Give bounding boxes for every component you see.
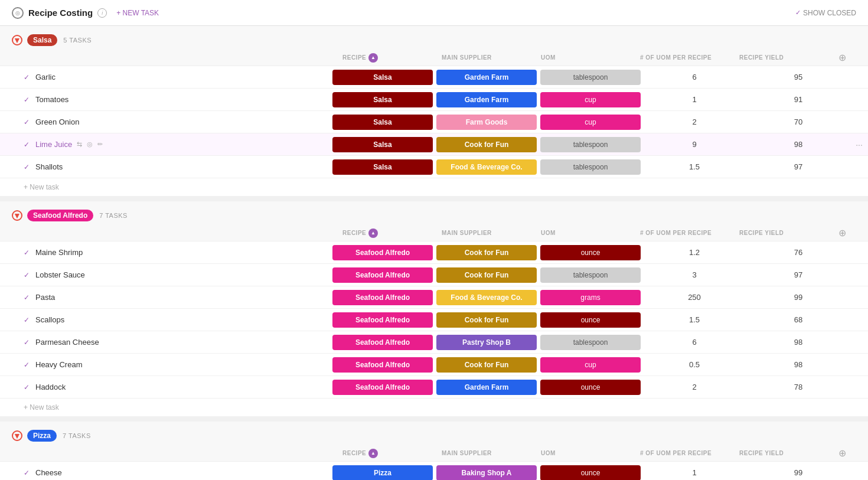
supplier-badge[interactable]: Cook for Fun [436,357,537,373]
collapse-btn-pizza[interactable]: ▼ [12,430,22,441]
task-unlink-icon[interactable]: ◎ [87,141,93,148]
new-task-row-salsa[interactable]: + New task [0,178,868,197]
recipe-badge[interactable]: Seafood Alfredo [332,357,433,373]
recipe-cell: Salsa [331,135,435,155]
check-icon: ✓ [24,383,31,391]
task-name[interactable]: Lobster Sauce [35,270,85,279]
recipe-yield-cell: 99 [746,468,850,477]
uom-badge[interactable]: cup [540,115,641,130]
recipe-badge[interactable]: Salsa [332,92,433,107]
uom-per-recipe-cell: 9 [642,140,746,149]
task-name[interactable]: Haddock [35,383,66,391]
supplier-badge[interactable]: Food & Beverage Co. [436,290,537,305]
check-icon: ✓ [24,118,31,126]
supplier-cell: Garden Farm [435,67,539,87]
check-icon: ✓ [24,469,31,477]
supplier-badge[interactable]: Cook for Fun [436,137,537,152]
grid-header-salsa: RECIPE ▲ MAIN SUPPLIER UOM # OF UOM PER … [0,50,868,66]
recipe-badge[interactable]: Seafood Alfredo [332,245,433,260]
recipe-badge[interactable]: Seafood Alfredo [332,267,433,283]
recipe-cell: Seafood Alfredo [331,310,435,330]
supplier-cell: Cook for Fun [435,265,539,285]
uom-badge[interactable]: ounce [540,245,641,260]
uom-badge[interactable]: tablespoon [540,267,641,283]
recipe-yield-cell: 98 [746,140,850,149]
section-count-pizza: 7 TASKS [63,432,91,439]
uom-badge[interactable]: cup [540,357,641,373]
supplier-badge[interactable]: Baking Shop A [436,465,537,481]
task-name[interactable]: Cheese [35,468,62,477]
supplier-badge[interactable]: Pastry Shop B [436,335,537,350]
recipe-badge[interactable]: Pizza [332,465,433,481]
recipe-badge[interactable]: Salsa [332,115,433,130]
add-column-btn[interactable]: ⊕ [838,52,856,63]
supplier-badge[interactable]: Garden Farm [436,380,537,395]
uom-badge[interactable]: tablespoon [540,335,641,350]
recipe-badge[interactable]: Salsa [332,159,433,175]
supplier-badge[interactable]: Cook for Fun [436,267,537,283]
uom-badge[interactable]: grams [540,290,641,305]
recipe-badge[interactable]: Seafood Alfredo [332,380,433,395]
supplier-cell: Baking Shop A [435,463,539,481]
task-name[interactable]: Lime Juice [35,140,72,149]
section-tag-salsa[interactable]: Salsa [27,34,57,46]
new-task-row-seafood-alfredo[interactable]: + New task [0,399,868,417]
task-name[interactable]: Maine Shrimp [35,248,83,257]
more-options-btn[interactable]: ··· [856,140,863,149]
recipe-yield-cell: 70 [746,117,850,126]
check-icon: ✓ [24,338,31,347]
info-icon[interactable]: i [97,8,107,18]
collapse-btn-salsa[interactable]: ▼ [12,35,22,45]
task-name[interactable]: Green Onion [35,117,79,126]
col-header-name [12,52,342,63]
uom-badge[interactable]: tablespoon [540,70,641,85]
uom-badge[interactable]: ounce [540,465,641,481]
task-edit-icon[interactable]: ✏ [97,141,103,148]
supplier-badge[interactable]: Cook for Fun [436,312,537,328]
recipe-yield-cell: 78 [746,383,850,391]
table-row: ✓ Garlic Salsa Garden Farm tablespoon 6 … [0,66,868,89]
supplier-badge[interactable]: Food & Beverage Co. [436,159,537,175]
task-name[interactable]: Garlic [35,73,56,81]
add-column-btn[interactable]: ⊕ [838,227,856,239]
new-task-button[interactable]: + NEW TASK [112,6,164,19]
recipe-cell: Seafood Alfredo [331,288,435,308]
supplier-badge[interactable]: Farm Goods [436,115,537,130]
section-tag-seafood-alfredo[interactable]: Seafood Alfredo [27,210,93,221]
uom-badge[interactable]: tablespoon [540,159,641,175]
section-count-salsa: 5 TASKS [63,37,92,44]
task-name[interactable]: Pasta [35,293,55,302]
task-name[interactable]: Heavy Cream [35,360,82,369]
uom-badge[interactable]: ounce [540,312,641,328]
task-name[interactable]: Tomatoes [35,95,68,104]
recipe-yield-cell: 97 [746,162,850,171]
recipe-badge[interactable]: Seafood Alfredo [332,335,433,350]
supplier-badge[interactable]: Garden Farm [436,70,537,85]
recipe-badge[interactable]: Salsa [332,70,433,85]
recipe-badge[interactable]: Salsa [332,137,433,152]
supplier-cell: Cook for Fun [435,355,539,375]
section-tag-pizza[interactable]: Pizza [27,430,57,442]
add-column-btn[interactable]: ⊕ [838,448,856,459]
check-icon: ✓ [24,163,31,171]
uom-per-recipe-cell: 2 [642,383,746,391]
task-name[interactable]: Parmesan Cheese [35,338,99,347]
uom-badge[interactable]: tablespoon [540,137,641,152]
recipe-badge[interactable]: Seafood Alfredo [332,312,433,328]
uom-badge[interactable]: ounce [540,380,641,395]
supplier-badge[interactable]: Garden Farm [436,92,537,107]
uom-badge[interactable]: cup [540,92,641,107]
supplier-cell: Cook for Fun [435,243,539,263]
recipe-badge[interactable]: Seafood Alfredo [332,290,433,305]
supplier-badge[interactable]: Cook for Fun [436,245,537,260]
task-name[interactable]: Scallops [35,315,64,324]
show-closed-button[interactable]: ✓ SHOW CLOSED [795,9,856,17]
collapse-btn-seafood-alfredo[interactable]: ▼ [12,210,22,221]
supplier-cell: Food & Beverage Co. [435,157,539,177]
task-link-icon[interactable]: ⇆ [77,141,82,148]
uom-cell: ounce [539,310,642,330]
task-name[interactable]: Shallots [35,162,63,171]
recipe-cell: Pizza [331,463,435,481]
task-name-cell: ✓ Scallops [0,312,331,328]
supplier-cell: Pastry Shop B [435,332,539,352]
